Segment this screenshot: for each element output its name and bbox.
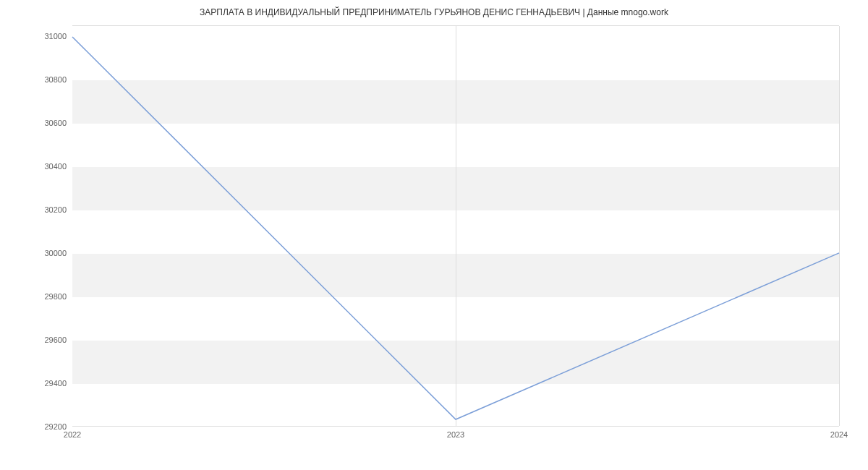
x-tick-label: 2022	[64, 430, 81, 439]
y-tick-label: 29600	[44, 336, 67, 344]
x-grid-line	[839, 26, 840, 426]
y-tick-label: 30800	[44, 75, 67, 84]
y-tick-label: 30200	[44, 205, 67, 214]
x-tick-label: 2024	[830, 430, 848, 439]
plot-area	[72, 25, 839, 427]
y-tick-label: 29800	[44, 292, 67, 301]
y-tick-label: 30400	[44, 162, 67, 171]
x-tick-label: 2023	[447, 430, 464, 439]
y-tick-label: 30000	[44, 249, 67, 257]
chart-title: ЗАРПЛАТА В ИНДИВИДУАЛЬНЫЙ ПРЕДПРИНИМАТЕЛ…	[0, 7, 868, 17]
y-tick-label: 31000	[44, 32, 67, 40]
y-tick-label: 29400	[44, 379, 67, 388]
y-tick-label: 30600	[44, 119, 67, 127]
data-line	[72, 26, 839, 426]
